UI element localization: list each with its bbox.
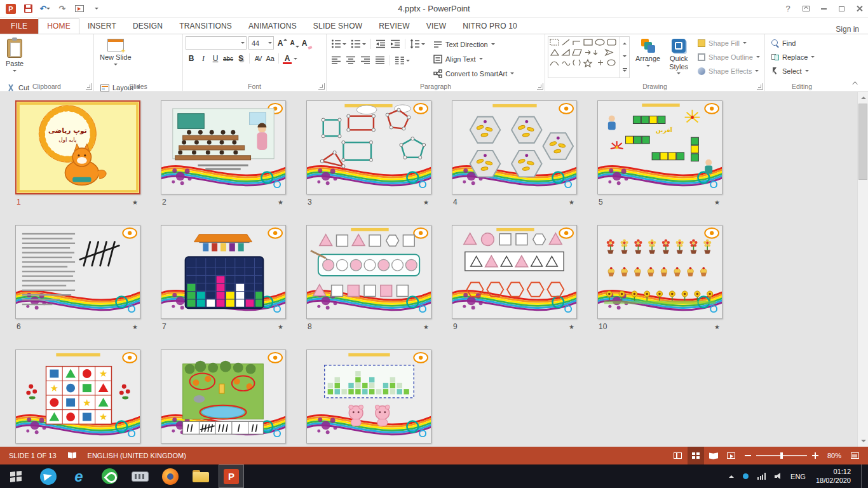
justify-button[interactable] bbox=[373, 54, 387, 67]
hidden-icons-button[interactable] bbox=[728, 464, 735, 488]
slide-thumbnail-2[interactable] bbox=[161, 100, 286, 194]
scrollbar-thumb[interactable] bbox=[858, 104, 867, 180]
replace-button[interactable]: Replace bbox=[769, 50, 817, 64]
zoom-in-button[interactable] bbox=[812, 452, 818, 459]
shapes-gallery-more-button[interactable] bbox=[620, 64, 629, 78]
grow-font-button[interactable]: A bbox=[275, 37, 286, 50]
scroll-down-button[interactable] bbox=[858, 436, 868, 447]
taskbar-firefox-button[interactable] bbox=[158, 464, 183, 488]
input-language-indicator[interactable]: ENG bbox=[790, 473, 806, 480]
font-color-button[interactable]: A bbox=[281, 52, 293, 65]
line-spacing-button[interactable] bbox=[408, 37, 427, 50]
language-indicator[interactable]: ENGLISH (UNITED KINGDOM) bbox=[86, 447, 187, 464]
slide-indicator[interactable]: SLIDE 1 OF 13 bbox=[8, 447, 58, 464]
slide-sorter-view-button[interactable] bbox=[688, 447, 704, 464]
tab-design[interactable]: DESIGN bbox=[125, 19, 171, 34]
scroll-up-button[interactable] bbox=[858, 92, 868, 103]
tab-animations[interactable]: ANIMATIONS bbox=[240, 19, 305, 34]
find-button[interactable]: Find bbox=[769, 36, 817, 50]
tray-app-icon[interactable] bbox=[742, 464, 750, 488]
font-name-input[interactable] bbox=[189, 39, 241, 47]
paste-button[interactable]: Paste bbox=[3, 36, 27, 81]
strikethrough-button[interactable]: abc bbox=[222, 52, 234, 65]
shape-outline-button[interactable]: Shape Outline bbox=[695, 50, 763, 64]
reading-view-button[interactable] bbox=[705, 447, 722, 464]
customize-qat-button[interactable] bbox=[91, 3, 102, 15]
tab-nitro-pro[interactable]: NITRO PRO 10 bbox=[454, 19, 526, 34]
animation-indicator-icon[interactable]: ★ bbox=[714, 323, 720, 330]
tab-file[interactable]: FILE bbox=[0, 19, 38, 34]
increase-indent-button[interactable] bbox=[388, 37, 402, 50]
sign-in-link[interactable]: Sign in bbox=[836, 25, 868, 34]
font-dialog-launcher[interactable] bbox=[318, 83, 325, 90]
start-slideshow-button[interactable] bbox=[74, 3, 85, 15]
taskbar-powerpoint-button[interactable]: P bbox=[219, 464, 244, 488]
slide-thumbnail-13[interactable] bbox=[306, 349, 431, 444]
tab-home[interactable]: HOME bbox=[38, 18, 79, 34]
text-shadow-button[interactable]: S bbox=[235, 52, 247, 65]
slide-thumbnail-8[interactable] bbox=[306, 225, 431, 319]
animation-indicator-icon[interactable]: ★ bbox=[569, 323, 574, 330]
tab-insert[interactable]: INSERT bbox=[79, 19, 125, 34]
shapes-gallery-up-button[interactable] bbox=[620, 37, 629, 50]
slide-thumbnail-10[interactable] bbox=[597, 225, 722, 319]
zoom-level[interactable]: 80% bbox=[824, 452, 845, 459]
taskbar-internet-explorer-button[interactable]: e bbox=[66, 464, 92, 488]
spell-check-button[interactable] bbox=[67, 447, 78, 464]
animation-indicator-icon[interactable]: ★ bbox=[278, 323, 283, 330]
font-name-combobox[interactable] bbox=[186, 36, 247, 50]
zoom-out-button[interactable] bbox=[745, 455, 751, 456]
clipboard-dialog-launcher[interactable] bbox=[86, 83, 92, 90]
select-button[interactable]: Select bbox=[769, 64, 817, 78]
undo-button[interactable]: ↶ bbox=[39, 3, 51, 15]
start-button[interactable] bbox=[0, 464, 32, 488]
help-button[interactable]: ? bbox=[779, 0, 797, 17]
taskbar-onscreen-keyboard-button[interactable] bbox=[127, 464, 153, 488]
fit-to-window-button[interactable] bbox=[846, 447, 863, 464]
decrease-indent-button[interactable] bbox=[374, 37, 388, 50]
slide-thumbnail-11[interactable] bbox=[15, 349, 140, 444]
drawing-dialog-launcher[interactable] bbox=[757, 83, 763, 90]
change-case-button[interactable]: Aa bbox=[264, 52, 276, 65]
collapse-ribbon-button[interactable] bbox=[850, 79, 862, 88]
taskbar-file-explorer-button[interactable] bbox=[188, 464, 214, 488]
animation-indicator-icon[interactable]: ★ bbox=[714, 199, 720, 206]
align-center-button[interactable] bbox=[344, 54, 358, 67]
slide-thumbnail-3[interactable] bbox=[306, 100, 431, 194]
align-right-button[interactable] bbox=[358, 54, 372, 67]
shape-effects-button[interactable]: Shape Effects bbox=[695, 64, 763, 78]
maximize-button[interactable] bbox=[832, 0, 850, 17]
shrink-font-button[interactable]: A bbox=[287, 37, 298, 50]
paragraph-dialog-launcher[interactable] bbox=[537, 83, 543, 90]
convert-to-smartart-button[interactable]: Convert to SmartArt bbox=[431, 67, 517, 81]
slideshow-view-button[interactable] bbox=[723, 447, 740, 464]
clear-formatting-button[interactable]: A bbox=[299, 37, 310, 50]
tab-review[interactable]: REVIEW bbox=[370, 19, 418, 34]
volume-button[interactable] bbox=[773, 464, 784, 488]
italic-button[interactable]: I bbox=[198, 52, 209, 65]
animation-indicator-icon[interactable]: ★ bbox=[423, 323, 429, 330]
align-text-button[interactable]: Align Text bbox=[431, 52, 517, 66]
animation-indicator-icon[interactable]: ★ bbox=[278, 199, 283, 206]
slide-thumbnail-6[interactable] bbox=[15, 225, 140, 319]
ribbon-display-options-button[interactable] bbox=[797, 0, 815, 17]
character-spacing-button[interactable]: AV bbox=[252, 52, 264, 65]
numbering-button[interactable] bbox=[349, 37, 368, 50]
slide-thumbnail-7[interactable] bbox=[161, 225, 286, 319]
show-desktop-button[interactable] bbox=[861, 464, 865, 488]
slide-thumbnail-4[interactable] bbox=[452, 100, 577, 194]
slide-thumbnail-5[interactable] bbox=[597, 100, 722, 194]
bullets-button[interactable] bbox=[329, 37, 348, 50]
text-direction-button[interactable]: Text Direction bbox=[431, 37, 517, 51]
slide-thumbnail-1[interactable] bbox=[15, 100, 140, 194]
shape-fill-button[interactable]: Shape Fill bbox=[695, 36, 763, 50]
font-size-combobox[interactable]: 44 bbox=[248, 36, 274, 50]
powerpoint-app-icon[interactable]: P bbox=[5, 3, 17, 15]
arrange-button[interactable]: Arrange bbox=[632, 36, 663, 81]
animation-indicator-icon[interactable]: ★ bbox=[423, 199, 429, 206]
taskbar-telegram-button[interactable] bbox=[36, 464, 61, 488]
quick-styles-button[interactable]: Quick Styles bbox=[666, 36, 691, 81]
bold-button[interactable]: B bbox=[186, 52, 197, 65]
animation-indicator-icon[interactable]: ★ bbox=[569, 199, 574, 206]
minimize-button[interactable] bbox=[815, 0, 832, 17]
